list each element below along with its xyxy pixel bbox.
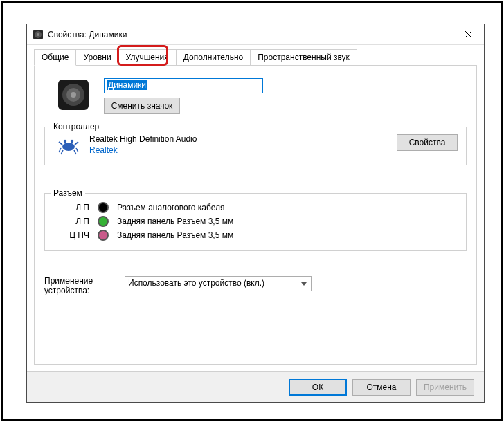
window-title: Свойства: Динамики: [48, 30, 453, 39]
properties-dialog: Свойства: Динамики Общие Уровни Улучшени…: [26, 24, 485, 403]
jacks-legend: Разъем: [51, 188, 85, 198]
apply-button[interactable]: Применить: [416, 379, 474, 396]
tab-general[interactable]: Общие: [34, 49, 76, 66]
tab-panel-general: Динамики Сменить значок Контроллер Realt…: [34, 65, 477, 365]
device-name-input[interactable]: Динамики: [104, 78, 263, 93]
svg-point-10: [64, 140, 66, 143]
jack-label: Л П: [53, 201, 93, 214]
controller-properties-button[interactable]: Свойства: [397, 134, 458, 151]
change-icon-button[interactable]: Сменить значок: [104, 98, 180, 114]
jacks-fieldset: Разъем Л П Разъем аналогового кабеля Л П…: [44, 193, 467, 251]
device-section: Динамики Сменить значок: [44, 78, 467, 114]
realtek-crab-icon: [57, 134, 80, 156]
controller-fieldset: Контроллер Realtek High Definition Audio…: [44, 127, 467, 165]
jack-label: Ц НЧ: [53, 228, 93, 242]
usage-label: Применение устройства:: [44, 276, 111, 295]
close-icon: [465, 30, 472, 38]
titlebar: Свойства: Динамики: [27, 24, 484, 45]
jack-row: Ц НЧ Задняя панель Разъем 3,5 мм: [53, 228, 237, 242]
controller-name: Realtek High Definition Audio: [89, 134, 387, 144]
cancel-button[interactable]: Отмена: [352, 379, 411, 396]
usage-select[interactable]: Использовать это устройство (вкл.): [125, 276, 312, 291]
tab-levels[interactable]: Уровни: [75, 49, 118, 65]
tab-spatial[interactable]: Пространственный звук: [250, 49, 357, 65]
jack-row: Л П Задняя панель Разъем 3,5 мм: [53, 214, 237, 228]
ok-button[interactable]: ОК: [289, 379, 347, 396]
jack-desc: Разъем аналогового кабеля: [113, 201, 237, 214]
svg-point-2: [37, 33, 39, 36]
controller-vendor-link[interactable]: Realtek: [89, 145, 387, 155]
jacks-table: Л П Разъем аналогового кабеля Л П Задняя…: [53, 201, 237, 242]
jack-desc: Задняя панель Разъем 3,5 мм: [113, 214, 237, 228]
tabs: Общие Уровни Улучшения Дополнительно Про…: [27, 45, 484, 65]
svg-point-11: [71, 140, 73, 143]
jack-color-icon: [98, 230, 109, 241]
speaker-icon: [33, 29, 44, 40]
svg-point-8: [71, 92, 76, 98]
jack-desc: Задняя панель Разъем 3,5 мм: [113, 228, 237, 242]
device-large-icon: [57, 78, 90, 111]
svg-point-9: [62, 143, 75, 151]
jack-color-icon: [98, 202, 109, 213]
jack-color-icon: [98, 216, 109, 227]
jack-row: Л П Разъем аналогового кабеля: [53, 201, 237, 214]
jack-label: Л П: [53, 214, 93, 228]
close-button[interactable]: [453, 24, 484, 45]
tab-advanced[interactable]: Дополнительно: [176, 49, 251, 65]
tab-enhancements[interactable]: Улучшения: [118, 49, 177, 65]
controller-legend: Контроллер: [51, 122, 102, 131]
device-usage-section: Применение устройства: Использовать это …: [44, 276, 467, 295]
dialog-button-bar: ОК Отмена Применить: [27, 371, 484, 402]
